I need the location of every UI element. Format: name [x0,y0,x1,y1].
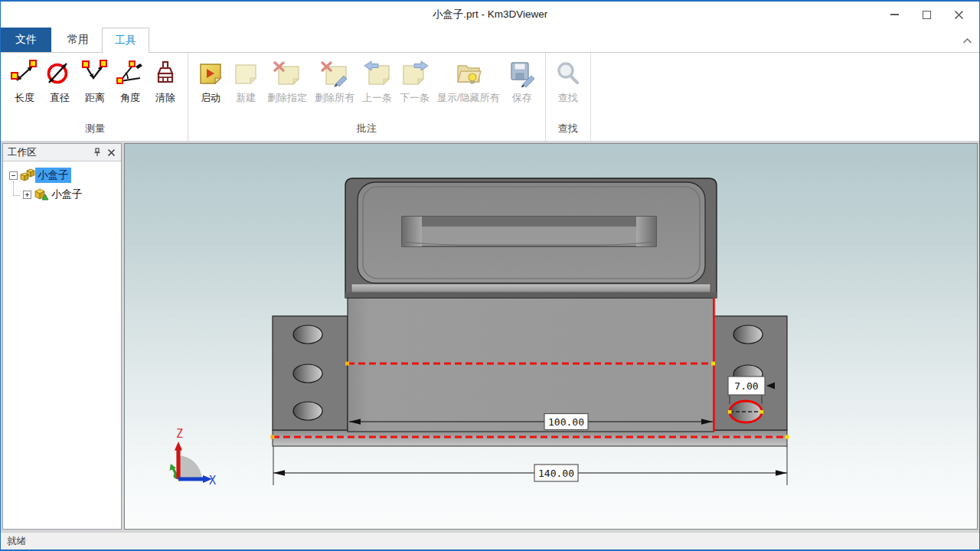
minimize-button[interactable] [878,2,910,28]
assembly-icon [20,168,35,182]
close-panel-button[interactable] [104,145,118,159]
tree-item-child-label[interactable]: 小盒子 [49,187,85,202]
tree-item-root[interactable]: 小盒子 [9,168,71,183]
note-new-icon [232,57,260,90]
model-tree: 小盒子 小盒子 [3,161,121,529]
annotation-save-button[interactable]: 保存 [504,57,541,105]
length-icon [11,57,38,90]
annotation-delete-specified-button[interactable]: 删除指定 [263,57,311,105]
dimension-label-100: 100.00 [548,416,584,428]
tree-item-child[interactable]: 小盒子 [23,187,85,202]
distance-icon [81,57,109,90]
ribbon-group-find: 查找 查找 [546,53,591,141]
note-delete-one-icon [273,57,302,90]
annotation-new-button[interactable]: 新建 [228,57,263,105]
app-window: 小盒子.prt - Km3DViewer 文件 常用 工具 [0,0,980,551]
diameter-icon [46,57,74,90]
close-icon [954,10,964,20]
status-text: 就绪 [7,535,26,548]
note-next-icon [400,57,430,90]
workspace-panel: 工作区 [2,143,122,530]
tree-item-root-label[interactable]: 小盒子 [35,168,71,183]
annotation-start-button[interactable]: 启动 [193,57,228,105]
dimension-140[interactable]: 140.00 [273,446,787,485]
group-label-find: 查找 [558,120,578,139]
coordinate-triad: Z X [170,427,217,487]
ribbon-toolbar: 长度 直径 [1,53,979,141]
close-icon [107,148,116,157]
minimize-icon [890,14,899,15]
pin-icon [93,148,102,157]
part-lid [345,178,717,298]
workspace-panel-title: 工作区 [8,146,90,159]
note-showhide-icon [453,57,484,90]
expand-expander[interactable] [23,191,31,199]
3d-part-model[interactable] [273,178,787,446]
dimension-label-140: 140.00 [538,468,574,479]
angle-icon [116,57,144,90]
distance-button[interactable]: 距离 [77,57,113,105]
maximize-icon [923,11,931,19]
collapse-expander[interactable] [9,171,18,180]
tab-tools[interactable]: 工具 [102,28,149,54]
note-start-icon [197,57,224,90]
annotation-previous-button[interactable]: 上一条 [358,57,396,105]
clear-button[interactable]: 清除 [148,57,183,105]
tab-home[interactable]: 常用 [54,28,102,52]
ribbon-group-annotate: 启动 新建 [188,53,546,141]
note-delete-all-icon [320,57,349,90]
length-button[interactable]: 长度 [7,57,42,105]
tab-file[interactable]: 文件 [1,28,51,52]
part-lid-slot [402,217,656,246]
find-button[interactable]: 查找 [550,57,586,105]
work-area: 工作区 [1,141,979,532]
axis-label-z: Z [176,427,183,441]
triad-arc [178,456,201,479]
workspace-panel-header: 工作区 [3,144,121,161]
annotation-delete-all-button[interactable]: 删除所有 [311,57,358,105]
dimension-label-7: 7.00 [734,380,758,392]
group-label-measure: 测量 [85,120,105,139]
ribbon-group-measure: 长度 直径 [2,53,188,141]
annotation-showhide-button[interactable]: 显示/隐藏所有 [433,57,504,105]
group-label-annotate: 批注 [357,120,377,139]
maximize-button[interactable] [910,2,942,28]
collapse-ribbon-button[interactable] [961,35,973,46]
window-title: 小盒子.prt - Km3DViewer [1,2,979,28]
status-bar: 就绪 [1,532,979,549]
diameter-button[interactable]: 直径 [42,57,77,105]
3d-viewport[interactable]: 100.00 140.00 [124,143,978,530]
axis-label-x: X [209,474,216,487]
close-button[interactable] [942,2,975,28]
tree-connector [13,195,20,196]
pin-panel-button[interactable] [90,145,104,159]
annotation-next-button[interactable]: 下一条 [396,57,433,105]
title-bar: 小盒子.prt - Km3DViewer [1,2,979,28]
chevron-up-icon [962,37,972,44]
ribbon-tab-bar: 文件 常用 工具 [1,28,979,53]
note-save-icon [508,57,537,90]
note-prev-icon [363,57,392,90]
tree-connector [13,181,14,195]
clear-brush-icon [152,57,179,90]
search-icon [554,57,582,90]
part-icon [34,187,49,201]
angle-button[interactable]: 角度 [113,57,148,105]
part-left-flange [273,316,348,430]
